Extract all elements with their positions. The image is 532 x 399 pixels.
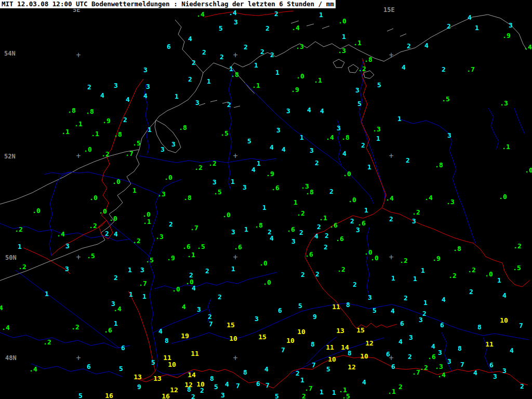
station-precip-value: 3 [221, 392, 225, 398]
station-precip-value: 14 [188, 371, 196, 378]
station-precip-value: .7 [125, 150, 134, 157]
station-precip-value: .4 [57, 231, 65, 237]
station-precip-value: .8 [183, 194, 192, 201]
station-precip-value: .8 [68, 107, 76, 114]
station-precip-value: 6 [489, 362, 494, 368]
station-precip-value: 4 [282, 146, 286, 153]
station-precip-value: .8 [231, 71, 239, 78]
station-precip-value: 4 [307, 107, 311, 113]
coastline-path [175, 20, 203, 73]
station-precip-value: .8 [305, 189, 314, 195]
station-precip-value: 2 [329, 188, 334, 195]
station-precip-value: .6 [329, 222, 338, 229]
station-precip-value: .2 [448, 272, 457, 279]
station-precip-value: .3 [435, 363, 443, 370]
station-precip-value: 3 [255, 315, 259, 322]
station-precip-value: .1 [252, 82, 260, 89]
station-precip-value: 2 [406, 157, 410, 164]
station-precip-value: 3 [447, 358, 451, 365]
station-precip-value: 4 [402, 64, 406, 71]
station-precip-value: 1 [231, 265, 235, 272]
station-precip-value: 3 [419, 316, 423, 323]
station-precip-value: 4 [424, 42, 429, 49]
station-precip-value: 1 [142, 293, 147, 300]
station-precip-value: 3 [197, 306, 201, 313]
country-border-path [23, 248, 70, 274]
station-precip-value: 2 [105, 230, 109, 237]
river-path [245, 83, 374, 204]
station-precip-value: .6 [104, 327, 112, 334]
station-precip-value: .0 [112, 178, 121, 185]
grid-cross-mark: + [76, 151, 81, 161]
station-precip-value: 1 [175, 93, 179, 100]
station-precip-value: .1 [502, 143, 510, 150]
station-precip-value: 4 [342, 150, 347, 157]
grid-cross-mark: + [233, 252, 237, 262]
station-precip-value: .1 [314, 77, 322, 84]
river-path [400, 119, 475, 243]
station-precip-value: 7 [281, 347, 285, 353]
station-precip-value: 1 [342, 33, 346, 40]
grid-coordinate-label: 50N [5, 254, 17, 261]
station-precip-value: .2 [420, 364, 428, 371]
station-precip-value: .1 [187, 251, 195, 258]
station-precip-value: 2 [469, 288, 473, 295]
station-precip-value: 2 [301, 271, 305, 278]
station-precip-value: 12 [170, 387, 178, 393]
station-precip-value: 4 [502, 292, 507, 299]
station-precip-value: 3 [412, 218, 416, 224]
station-precip-value: 2 [442, 66, 446, 73]
station-precip-value: 2 [274, 10, 278, 17]
station-precip-value: .2 [412, 209, 420, 216]
station-precip-value: .2 [297, 210, 305, 217]
station-precip-value: 5 [219, 25, 223, 32]
coastline-path [0, 150, 139, 281]
station-precip-value: .5 [197, 243, 205, 250]
station-precip-value: .0 [164, 174, 172, 181]
station-precip-value: .2 [132, 237, 141, 244]
station-precip-value: 2 [325, 232, 329, 239]
station-precip-value: 2 [260, 48, 264, 55]
station-precip-value: 3 [140, 267, 144, 273]
station-precip-value: .2 [358, 65, 366, 72]
station-precip-value: 4 [320, 108, 324, 114]
station-precip-value: 4 [270, 144, 274, 151]
station-precip-value: 4 [468, 14, 472, 21]
river-path [514, 108, 525, 134]
station-precip-value: 1 [367, 164, 371, 170]
station-precip-value: 1 [294, 199, 298, 206]
station-precip-value: .5 [342, 393, 350, 399]
coastline-path [348, 64, 358, 73]
station-precip-value: 1 [207, 78, 211, 85]
station-precip-value: 1 [332, 389, 336, 396]
station-precip-value: .1 [388, 388, 396, 395]
station-precip-value: 5 [247, 138, 251, 144]
coastline-path [291, 42, 401, 61]
station-precip-value: 6 [256, 380, 260, 387]
station-precip-value: 1 [244, 226, 248, 233]
grid-cross-mark: + [233, 151, 237, 161]
station-precip-value: 15 [356, 327, 365, 334]
station-precip-value: 10 [328, 356, 336, 363]
station-precip-value: 2 [200, 387, 204, 394]
coastline-path [291, 21, 299, 23]
river-path [31, 364, 122, 377]
station-precip-value: 1 [262, 204, 267, 211]
station-precip-value: 7 [460, 361, 464, 368]
station-precip-value: .6 [305, 251, 313, 258]
station-precip-value: .0 [142, 211, 151, 218]
station-precip-value: 5 [357, 100, 362, 107]
station-precip-value: 8 [477, 324, 482, 330]
station-precip-value: 1 [497, 277, 501, 284]
station-precip-value: 10 [360, 353, 368, 360]
grid-cross-mark: + [389, 353, 393, 363]
station-precip-value: 3 [509, 22, 513, 29]
station-precip-value: 6 [278, 307, 282, 314]
station-precip-value: 1 [397, 115, 402, 122]
station-precip-value: 2 [208, 313, 212, 320]
station-precip-value: 4 [473, 369, 477, 376]
weather-map-viewport: 2344.4.4354622222311.8231.1413221.0.421.… [0, 0, 532, 399]
station-precip-value: 2 [299, 229, 303, 236]
station-precip-value: 3 [146, 83, 150, 90]
station-precip-value: .0 [222, 211, 231, 218]
